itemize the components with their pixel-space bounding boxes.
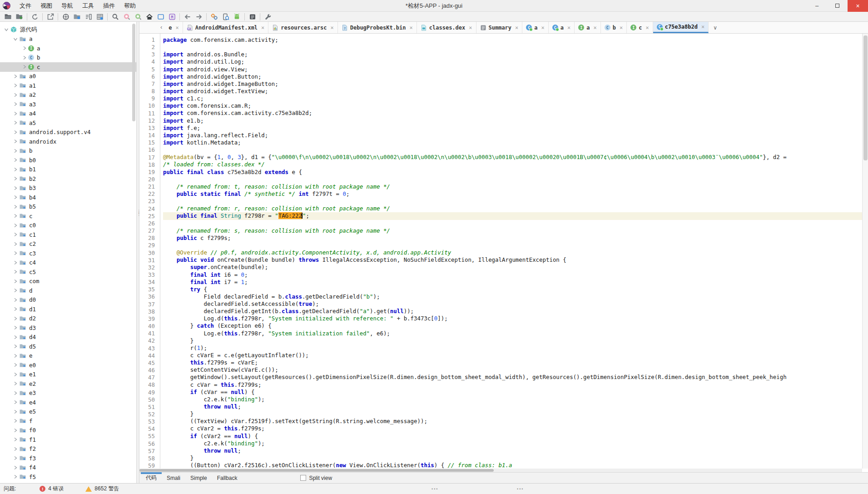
tree-item-a[interactable]: Ia	[0, 44, 136, 53]
chevron-right-icon[interactable]	[12, 167, 19, 172]
menu-帮助[interactable]: 帮助	[119, 0, 140, 11]
tab-c[interactable]: Ic×	[627, 22, 653, 33]
menu-导航[interactable]: 导航	[57, 0, 78, 11]
tree-item-a5[interactable]: a5	[0, 118, 136, 128]
chevron-right-icon[interactable]	[12, 205, 19, 209]
text-search-button[interactable]	[109, 12, 121, 21]
add-files-button[interactable]	[14, 12, 25, 21]
heap-usage-button[interactable]	[94, 12, 105, 21]
flat-packages-button[interactable]	[71, 12, 83, 21]
chevron-right-icon[interactable]	[12, 93, 19, 97]
tab-close-icon[interactable]: ×	[515, 25, 518, 31]
tab-close-icon[interactable]: ×	[176, 25, 179, 31]
tree-item-a3[interactable]: a3	[0, 100, 136, 109]
chevron-right-icon[interactable]	[12, 335, 19, 339]
tree-item-c1[interactable]: c1	[0, 230, 136, 240]
tab-close-icon[interactable]: ×	[541, 25, 545, 31]
tree-item-c5[interactable]: c5	[0, 267, 136, 277]
tab-a[interactable]: Ca×	[522, 22, 548, 33]
tree-item-c3[interactable]: c3	[0, 249, 136, 258]
chevron-right-icon[interactable]	[12, 409, 19, 414]
tab-c75e3a8b2d[interactable]: Cc75e3a8b2d×	[653, 22, 709, 33]
chevron-right-icon[interactable]	[12, 456, 19, 460]
panel-splitter[interactable]: ⋮⋮	[136, 22, 139, 483]
chevron-right-icon[interactable]	[12, 316, 19, 321]
chevron-right-icon[interactable]	[12, 223, 19, 228]
tree-item-c0[interactable]: c0	[0, 221, 136, 230]
split-view-option[interactable]: Split view	[300, 475, 332, 481]
tab-resources.arsc[interactable]: resources.arsc×	[268, 22, 337, 33]
menu-工具[interactable]: 工具	[78, 0, 99, 11]
deobfuscation-button[interactable]	[208, 12, 220, 21]
tree-item-a1[interactable]: a1	[0, 81, 136, 90]
settings-button[interactable]	[262, 12, 273, 21]
chevron-right-icon[interactable]	[21, 65, 28, 69]
class-search-button[interactable]	[121, 12, 132, 21]
chevron-right-icon[interactable]	[12, 465, 19, 470]
tab-close-icon[interactable]: ×	[645, 25, 649, 31]
chevron-right-icon[interactable]	[12, 307, 19, 311]
tree-item-f0[interactable]: f0	[0, 426, 136, 435]
forward-button[interactable]	[193, 12, 204, 21]
tree-item-e0[interactable]: e0	[0, 360, 136, 370]
tree-item-android.support.v4[interactable]: android.support.v4	[0, 128, 136, 137]
chevron-right-icon[interactable]	[12, 363, 19, 367]
chevron-right-icon[interactable]	[12, 102, 19, 106]
tab-DebugProbesKt.bin[interactable]: ?DebugProbesKt.bin×	[338, 22, 417, 33]
tree-item-e2[interactable]: e2	[0, 379, 136, 389]
chevron-right-icon[interactable]	[12, 354, 19, 358]
tree-item-d3[interactable]: d3	[0, 323, 136, 333]
tree-item-b1[interactable]: b1	[0, 165, 136, 175]
chevron-right-icon[interactable]	[12, 288, 19, 293]
tab-close-icon[interactable]: ×	[261, 25, 264, 31]
tree-item-e[interactable]: e	[0, 351, 136, 361]
open-project-button[interactable]	[60, 12, 71, 21]
code-editor[interactable]: package com.forensix.cam.activity;import…	[160, 34, 868, 469]
tree-item-c4[interactable]: c4	[0, 258, 136, 268]
tree-item-d1[interactable]: d1	[0, 304, 136, 314]
minimize-button[interactable]: –	[807, 0, 827, 12]
chevron-right-icon[interactable]	[12, 83, 19, 88]
chevron-right-icon[interactable]	[12, 279, 19, 284]
chevron-right-icon[interactable]	[12, 419, 19, 423]
view-tab-Fallback[interactable]: Fallback	[212, 473, 243, 483]
tree-item-f4[interactable]: f4	[0, 463, 136, 473]
chevron-right-icon[interactable]	[12, 149, 19, 153]
tab-e[interactable]: e×	[165, 22, 183, 33]
tree-item-f1[interactable]: f1	[0, 435, 136, 444]
tree-item-b0[interactable]: b0	[0, 155, 136, 165]
tab-close-icon[interactable]: ×	[593, 25, 596, 31]
chevron-right-icon[interactable]	[12, 74, 19, 79]
view-tab-Smali[interactable]: Smali	[162, 473, 185, 483]
tree-scrollbar[interactable]	[132, 23, 136, 482]
chevron-right-icon[interactable]	[12, 372, 19, 377]
tree-item-d4[interactable]: d4	[0, 333, 136, 342]
chevron-right-icon[interactable]	[12, 298, 19, 302]
sync-with-editor-button[interactable]	[83, 12, 94, 21]
tree-item-d5[interactable]: d5	[0, 342, 136, 351]
tree-item-f2[interactable]: f2	[0, 444, 136, 454]
comments-search-button[interactable]	[155, 12, 166, 21]
tree-item-源代码[interactable]: 源代码	[0, 25, 136, 35]
tab-classes.dex[interactable]: classes.dex×	[417, 22, 476, 33]
tree-item-e3[interactable]: e3	[0, 389, 136, 398]
chevron-right-icon[interactable]	[12, 251, 19, 255]
chevron-right-icon[interactable]	[21, 55, 28, 60]
tab-close-icon[interactable]: ×	[620, 25, 623, 31]
chevron-right-icon[interactable]	[12, 391, 19, 395]
log-viewer-button[interactable]	[247, 12, 258, 21]
chevron-right-icon[interactable]	[12, 344, 19, 349]
tab-close-icon[interactable]: ×	[567, 25, 570, 31]
tree-item-e1[interactable]: e1	[0, 370, 136, 379]
tree-item-a0[interactable]: a0	[0, 72, 136, 81]
chevron-right-icon[interactable]	[12, 130, 19, 135]
chevron-right-icon[interactable]	[12, 437, 19, 442]
tree-item-c[interactable]: Ic	[0, 62, 136, 72]
menu-插件[interactable]: 插件	[99, 0, 119, 11]
tab-AndroidManifest.xml[interactable]: MFAndroidManifest.xml×	[183, 22, 269, 33]
chevron-right-icon[interactable]	[12, 120, 19, 125]
tree-item-d0[interactable]: d0	[0, 295, 136, 305]
editor-hscroll-thumb[interactable]	[139, 469, 494, 472]
tree-item-b5[interactable]: b5	[0, 202, 136, 212]
tree-item-f[interactable]: f	[0, 416, 136, 426]
